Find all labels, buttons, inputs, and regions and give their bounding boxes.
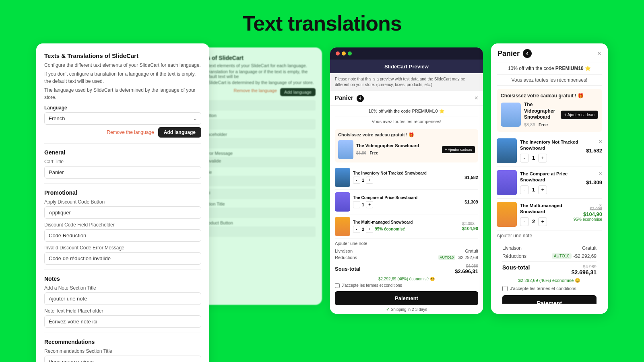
preview-item-2-name: The Compare at Price Snowboard bbox=[353, 195, 462, 200]
recommendations-title-label: Recommendations Section Title bbox=[44, 348, 201, 354]
cart-title-input[interactable] bbox=[44, 166, 201, 179]
right-item-2-price: $1.309 bbox=[586, 179, 602, 185]
recommendations-section-header: Recommendations bbox=[44, 339, 201, 345]
general-section-header: General bbox=[44, 149, 201, 156]
middle-field2-label: Button bbox=[204, 113, 316, 118]
preview-item-2-minus[interactable]: - bbox=[353, 201, 360, 208]
preview-item-3-original: $2.098 bbox=[462, 222, 478, 226]
notes-section-header: Notes bbox=[44, 276, 201, 282]
preview-gift-name: The Videographer Snowboard bbox=[356, 143, 439, 148]
add-note-input[interactable] bbox=[44, 292, 201, 305]
preview-add-note[interactable]: Ajouter une note bbox=[335, 239, 478, 248]
preview-item-2-price: $1,309 bbox=[464, 200, 478, 204]
preview-item-3-name: The Multi-managed Snowboard bbox=[353, 220, 459, 224]
discount-placeholder-label: Discount Code Field Placeholder bbox=[44, 222, 201, 228]
preview-item-3-plus[interactable]: + bbox=[366, 226, 373, 233]
apply-discount-input[interactable] bbox=[44, 206, 201, 219]
settings-desc-3: The language used by SlideCart is determ… bbox=[44, 86, 201, 101]
preview-item-3-img bbox=[335, 217, 350, 236]
right-item-2-name: The Compare at Price Snowboard bbox=[520, 171, 583, 183]
right-shipping-label: Livraison bbox=[502, 245, 522, 251]
right-add-gift-btn[interactable]: + Ajouter cadeau bbox=[561, 111, 598, 119]
invalid-code-input[interactable] bbox=[44, 252, 201, 265]
language-label: Language bbox=[44, 105, 201, 111]
right-checkout-btn[interactable]: Paiement bbox=[502, 295, 597, 304]
page-title: Text translations bbox=[0, 0, 644, 43]
right-close-btn[interactable]: × bbox=[597, 50, 601, 57]
right-item-1-name: The Inventory Not Tracked Snowboard bbox=[520, 139, 583, 151]
preview-discount-code: AUTO10 bbox=[438, 255, 456, 260]
discount-placeholder-input[interactable] bbox=[44, 229, 201, 242]
language-select[interactable]: French English German Spanish bbox=[44, 112, 201, 125]
right-gift-title: Choisissez votre cadeau gratuit ! 🎁 bbox=[501, 93, 598, 99]
preview-add-gift-btn[interactable]: + Ajouter cadeau bbox=[442, 146, 475, 153]
right-cart-title: Panier bbox=[497, 49, 520, 58]
middle-settings-panel: ns of SlideCart nt text elements of your… bbox=[197, 47, 322, 305]
preview-reductions-label: Réductions bbox=[335, 255, 357, 260]
middle-remove-lang: Remove the language bbox=[233, 88, 277, 96]
remove-language-link[interactable]: Remove the language bbox=[107, 130, 154, 135]
settings-panel: Texts & Translations of SlideCart Config… bbox=[36, 43, 209, 362]
settings-desc-2: If you don't configure a translation for… bbox=[44, 70, 201, 85]
right-promo-emoji: ⭐ bbox=[585, 66, 591, 71]
right-item-1-remove[interactable]: × bbox=[599, 138, 602, 145]
preview-subtotal-value: $2.696,31 bbox=[455, 268, 478, 274]
right-item-3-name: The Multi-managed Snowboard bbox=[520, 203, 570, 215]
invalid-code-label: Invalid Discount Code Error Message bbox=[44, 245, 201, 251]
right-subtotal-value: $2.696,31 bbox=[572, 269, 597, 276]
preview-close-btn[interactable]: × bbox=[475, 95, 478, 102]
right-reductions-label: Réductions bbox=[502, 253, 526, 259]
right-savings: $2.292,69 (46%) économisé 😊 bbox=[502, 277, 597, 284]
preview-cart-title: Panier bbox=[335, 94, 353, 101]
right-item-2-plus[interactable]: + bbox=[538, 185, 547, 194]
right-item-3-img bbox=[497, 202, 517, 227]
preview-item-1-minus[interactable]: - bbox=[353, 177, 360, 184]
preview-subtotal-original: $4.989 bbox=[455, 264, 478, 268]
right-item-3-remove[interactable]: × bbox=[599, 202, 602, 208]
preview-promo: 10% off with the code PREMIUM10 ⭐ bbox=[368, 109, 444, 113]
note-placeholder-label: Note Text Field Placeholder bbox=[44, 308, 201, 314]
right-item-3-plus[interactable]: + bbox=[538, 217, 547, 226]
right-item-1-price: $1.582 bbox=[586, 148, 602, 154]
add-language-button[interactable]: Add language bbox=[158, 127, 201, 138]
right-promo-code: PREMIUM10 bbox=[555, 66, 584, 71]
right-item-3-minus[interactable]: - bbox=[520, 217, 529, 226]
preview-terms-checkbox[interactable] bbox=[335, 283, 340, 288]
middle-field8-label: Product Button bbox=[204, 220, 316, 225]
right-terms-checkbox[interactable] bbox=[502, 286, 508, 291]
preview-note: Please note that this is a preview with … bbox=[330, 73, 483, 91]
right-discount-code: AUTO10 bbox=[552, 253, 572, 259]
right-cart-count: 4 bbox=[523, 49, 532, 58]
preview-terms-text: J'accepte les termes et conditions bbox=[342, 283, 402, 288]
right-item-2-img bbox=[497, 170, 517, 195]
preview-item-1-img bbox=[335, 168, 350, 187]
preview-item-3-qty: 2 bbox=[362, 227, 364, 232]
preview-shipping-value: Gratuit bbox=[465, 249, 478, 253]
recommendations-title-input[interactable] bbox=[44, 356, 201, 362]
middle-field5-label: Title bbox=[204, 170, 316, 175]
right-add-note[interactable]: Ajouter une note bbox=[497, 230, 602, 241]
right-item-3-qty: 2 bbox=[532, 218, 535, 224]
note-placeholder-input[interactable] bbox=[44, 315, 201, 328]
right-gift-free: Free bbox=[539, 122, 548, 127]
right-item-1-minus[interactable]: - bbox=[520, 154, 529, 162]
middle-desc3: ly SlideCart is determined by the langua… bbox=[204, 80, 316, 85]
promotional-section-header: Promotional bbox=[44, 189, 201, 196]
right-subtotal-original: $4.989 bbox=[572, 264, 597, 269]
right-reduction-value: -$2.292,69 bbox=[574, 253, 597, 259]
preview-item-3-minus[interactable]: - bbox=[353, 226, 360, 233]
middle-field7-label: ection Title bbox=[204, 202, 316, 206]
right-item-2-minus[interactable]: - bbox=[520, 185, 529, 194]
right-promo-text: 10% off with the code bbox=[508, 66, 555, 71]
preview-checkout-btn[interactable]: Paiement bbox=[335, 291, 478, 305]
right-item-1-plus[interactable]: + bbox=[538, 154, 547, 162]
preview-item-1-plus[interactable]: + bbox=[366, 177, 373, 184]
preview-shipping-info: Shipping in 2-3 days bbox=[391, 307, 427, 312]
right-item-2-qty: 1 bbox=[532, 187, 535, 193]
preview-item-2-plus[interactable]: + bbox=[366, 201, 373, 208]
right-item-2-remove[interactable]: × bbox=[599, 170, 602, 177]
middle-title: ns of SlideCart bbox=[204, 55, 316, 61]
right-item-3-saving: 95% économisé bbox=[574, 217, 602, 222]
middle-desc2: a translation for a language or if the t… bbox=[204, 69, 316, 79]
preview-item-1-qty: 1 bbox=[362, 178, 364, 183]
